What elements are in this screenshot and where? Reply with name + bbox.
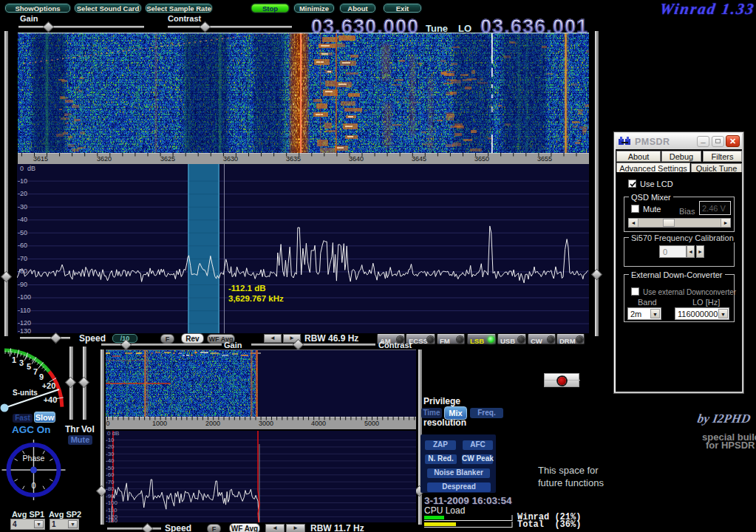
svg-text:0 dB: 0 dB bbox=[107, 431, 119, 437]
svg-text:5: 5 bbox=[27, 362, 31, 371]
svg-text:2000: 2000 bbox=[205, 420, 220, 427]
svg-text:3650: 3650 bbox=[474, 155, 489, 163]
svg-text:4000: 4000 bbox=[311, 420, 326, 427]
svg-text:-30: -30 bbox=[106, 451, 115, 457]
svg-text:1000: 1000 bbox=[152, 420, 167, 427]
svg-text:+20: +20 bbox=[42, 381, 56, 390]
svg-text:0: 0 bbox=[106, 420, 109, 427]
svg-text:-90: -90 bbox=[106, 493, 115, 499]
svg-text:-130: -130 bbox=[106, 517, 118, 522]
svg-text:-20: -20 bbox=[106, 443, 115, 450]
svg-text:3615: 3615 bbox=[33, 155, 48, 163]
svg-text:-10: -10 bbox=[106, 437, 115, 443]
svg-text:-100: -100 bbox=[106, 499, 118, 506]
svg-text:3: 3 bbox=[19, 358, 24, 367]
svg-text:3655: 3655 bbox=[537, 155, 552, 163]
svg-text:7: 7 bbox=[33, 367, 38, 376]
svg-text:-40: -40 bbox=[106, 457, 115, 464]
svg-text:5000: 5000 bbox=[364, 420, 379, 427]
svg-text:-80: -80 bbox=[106, 485, 115, 492]
svg-text:1: 1 bbox=[12, 355, 16, 364]
svg-text:3645: 3645 bbox=[412, 155, 426, 163]
svg-text:3630: 3630 bbox=[223, 155, 238, 163]
svg-text:0: 0 bbox=[31, 481, 35, 490]
svg-text:+40: +40 bbox=[44, 395, 58, 404]
svg-text:3635: 3635 bbox=[286, 155, 301, 163]
svg-text:3625: 3625 bbox=[160, 155, 175, 163]
svg-text:Phase: Phase bbox=[23, 454, 45, 463]
svg-text:3000: 3000 bbox=[259, 420, 273, 427]
svg-text:-60: -60 bbox=[106, 471, 115, 478]
svg-text:-50: -50 bbox=[106, 465, 115, 471]
svg-text:-110: -110 bbox=[106, 507, 118, 514]
svg-text:3640: 3640 bbox=[349, 155, 364, 163]
svg-text:S-units: S-units bbox=[13, 389, 38, 397]
svg-text:3620: 3620 bbox=[97, 155, 112, 163]
svg-text:-70: -70 bbox=[106, 479, 115, 485]
svg-text:9: 9 bbox=[39, 372, 44, 381]
